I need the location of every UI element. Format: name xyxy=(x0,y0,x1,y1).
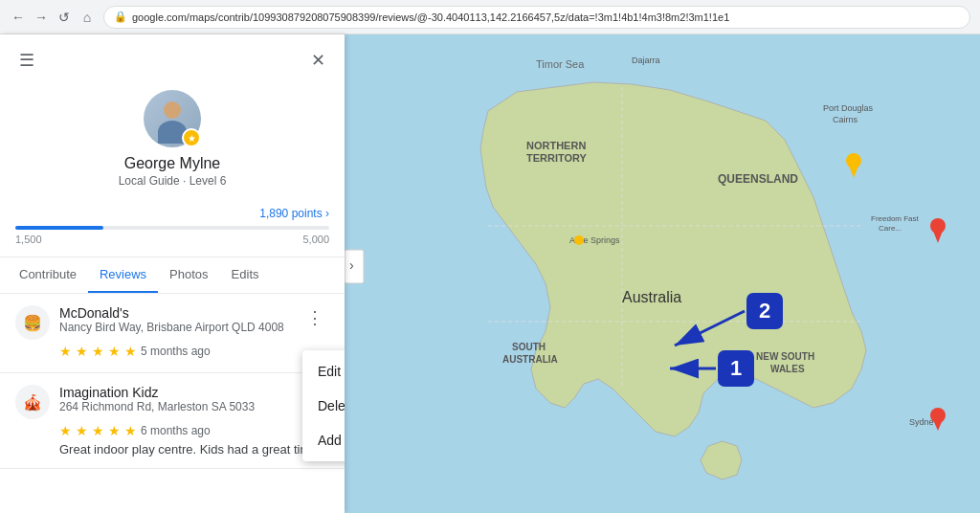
address-bar[interactable]: 🔒 google.com/maps/contrib/10993087920807… xyxy=(103,6,970,29)
svg-text:Dajarra: Dajarra xyxy=(632,56,660,65)
star-3: ★ xyxy=(92,344,104,359)
lock-icon: 🔒 xyxy=(114,11,127,23)
review-text-imagination: Great indoor play centre. Kids had a gre… xyxy=(59,442,329,457)
browser-controls: ← → ↺ ⌂ xyxy=(10,9,96,26)
hamburger-button[interactable]: ☰ xyxy=(15,46,38,75)
review-info-mcdonalds: McDonald's Nancy Bird Way, Brisbane Airp… xyxy=(59,305,291,334)
star-4: ★ xyxy=(108,344,121,359)
svg-text:NEW SOUTH: NEW SOUTH xyxy=(756,351,814,362)
svg-text:Port Douglas: Port Douglas xyxy=(823,103,874,113)
points-section: 1,890 points › 1,500 5,000 xyxy=(0,199,345,257)
progress-bar-fill xyxy=(15,226,103,230)
place-address-imagination: 264 Richmond Rd, Marleston SA 5033 xyxy=(59,400,291,413)
svg-text:QUEENSLAND: QUEENSLAND xyxy=(718,172,798,186)
progress-min: 1,500 xyxy=(15,234,42,245)
svg-text:›: › xyxy=(349,257,354,273)
svg-text:NORTHERN: NORTHERN xyxy=(526,140,586,151)
forward-button[interactable]: → xyxy=(33,9,50,26)
progress-bar-container xyxy=(15,226,329,230)
review-header: 🍔 McDonald's Nancy Bird Way, Brisbane Ai… xyxy=(15,305,329,340)
star-2: ★ xyxy=(76,423,88,438)
star-1: ★ xyxy=(59,423,72,438)
points-value[interactable]: 1,890 points › xyxy=(259,207,329,220)
home-button[interactable]: ⌂ xyxy=(78,9,96,26)
star-5: ★ xyxy=(124,423,137,438)
browser-chrome: ← → ↺ ⌂ 🔒 google.com/maps/contrib/109930… xyxy=(0,0,980,34)
svg-text:Sydne: Sydne xyxy=(909,417,934,427)
context-menu-add-photo[interactable]: Add a photo xyxy=(302,423,345,457)
star-2: ★ xyxy=(76,344,88,359)
star-1: ★ xyxy=(59,344,72,359)
svg-text:SOUTH: SOUTH xyxy=(512,342,546,352)
tab-photos[interactable]: Photos xyxy=(158,257,219,293)
progress-labels: 1,500 5,000 xyxy=(15,234,329,245)
avatar: ★ xyxy=(144,90,201,147)
review-date-mcdonalds: 5 months ago xyxy=(141,345,211,358)
stars-row-mcdonalds: ★ ★ ★ ★ ★ 5 months ago xyxy=(59,344,329,359)
map-svg: Timor Sea NORTHERN TERRITORY QUEENSLAND … xyxy=(345,34,980,513)
review-info-imagination: Imagination Kidz 264 Richmond Rd, Marles… xyxy=(59,385,291,413)
progress-max: 5,000 xyxy=(302,234,329,245)
place-name-imagination: Imagination Kidz xyxy=(59,385,291,400)
reload-button[interactable]: ↺ xyxy=(56,9,73,26)
svg-text:AUSTRALIA: AUSTRALIA xyxy=(502,354,558,365)
tabs: Contribute Reviews Photos Edits xyxy=(0,257,345,294)
star-3: ★ xyxy=(92,423,104,438)
context-menu: Edit review Delete review Add a photo xyxy=(302,350,345,461)
place-icon-imagination: 🎪 xyxy=(15,385,50,419)
profile-subtitle: Local Guide · Level 6 xyxy=(119,174,227,188)
tab-contribute[interactable]: Contribute xyxy=(8,257,88,293)
svg-text:Freedom Fast: Freedom Fast xyxy=(871,214,920,223)
sidebar: ☰ ✕ ★ George Mylne Local Guide · Level 6… xyxy=(0,34,345,513)
profile-name: George Mylne xyxy=(124,155,221,172)
review-header-imagination: 🎪 Imagination Kidz 264 Richmond Rd, Marl… xyxy=(15,385,329,419)
svg-text:TERRITORY: TERRITORY xyxy=(526,152,588,164)
sidebar-header: ☰ ✕ xyxy=(0,34,345,82)
url-text: google.com/maps/contrib/1099308792080759… xyxy=(132,11,729,23)
svg-text:WALES: WALES xyxy=(770,364,805,374)
context-menu-delete-review[interactable]: Delete review xyxy=(302,389,345,423)
star-5: ★ xyxy=(124,344,137,359)
star-4: ★ xyxy=(108,423,121,438)
review-item-mcdonalds: 🍔 McDonald's Nancy Bird Way, Brisbane Ai… xyxy=(0,294,345,373)
svg-rect-27 xyxy=(345,250,364,283)
svg-text:Care...: Care... xyxy=(879,224,902,233)
svg-text:Australia: Australia xyxy=(622,289,681,305)
local-guide-badge: ★ xyxy=(182,128,201,147)
three-dots-mcdonalds[interactable]: ⋮ xyxy=(301,305,329,330)
points-row: 1,890 points › xyxy=(15,207,329,220)
map-area[interactable]: Timor Sea NORTHERN TERRITORY QUEENSLAND … xyxy=(345,34,980,513)
place-name-mcdonalds: McDonald's xyxy=(59,305,291,321)
close-button[interactable]: ✕ xyxy=(307,46,329,75)
svg-point-26 xyxy=(574,235,584,245)
tab-reviews[interactable]: Reviews xyxy=(88,257,158,293)
tab-edits[interactable]: Edits xyxy=(220,257,271,293)
svg-text:Cairns: Cairns xyxy=(833,115,858,124)
profile-section: ★ George Mylne Local Guide · Level 6 xyxy=(0,82,345,199)
svg-text:Timor Sea: Timor Sea xyxy=(536,58,585,70)
avatar-head xyxy=(164,101,181,119)
review-date-imagination: 6 months ago xyxy=(141,424,211,437)
place-address-mcdonalds: Nancy Bird Way, Brisbane Airport QLD 400… xyxy=(59,321,291,334)
stars-row-imagination: ★ ★ ★ ★ ★ 6 months ago xyxy=(59,423,329,438)
context-menu-edit-review[interactable]: Edit review xyxy=(302,354,345,389)
place-icon-mcdonalds: 🍔 xyxy=(15,305,50,340)
main-content: ☰ ✕ ★ George Mylne Local Guide · Level 6… xyxy=(0,34,980,513)
review-item-imagination-kidz: 🎪 Imagination Kidz 264 Richmond Rd, Marl… xyxy=(0,373,345,469)
back-button[interactable]: ← xyxy=(10,9,27,26)
